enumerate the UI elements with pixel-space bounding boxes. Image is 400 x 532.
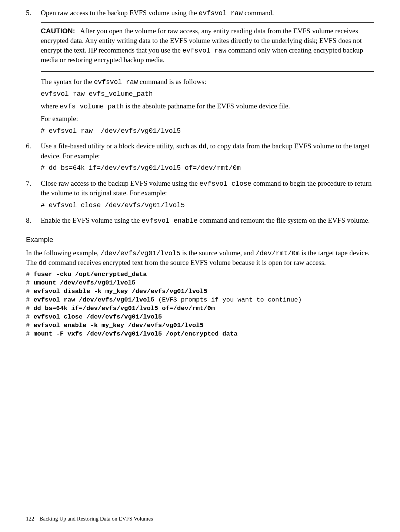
code-inline: evfsvol raw xyxy=(94,78,138,86)
page-container: 5. Open raw access to the backup EVFS vo… xyxy=(0,0,400,532)
code-inline: dd xyxy=(39,259,47,267)
text: The syntax for the xyxy=(41,78,94,85)
text: In the following example, xyxy=(26,249,100,257)
code-inline: evfsvol raw xyxy=(199,10,243,17)
text: Close raw access to the backup EVFS volu… xyxy=(41,179,199,187)
code-block: # evfsvol raw /dev/evfs/vg01/lvol5 xyxy=(41,127,374,135)
page-footer: 122Backing Up and Restoring Data on EVFS… xyxy=(26,515,153,522)
step-list: 5. Open raw access to the backup EVFS vo… xyxy=(26,8,374,228)
step-body: Enable the EVFS volume using the evfsvol… xyxy=(41,216,374,228)
cmd: evfsvol disable -k my_key /dev/evfs/vg01… xyxy=(33,288,207,295)
cmd: umount /dev/evfs/vg01/lvol5 xyxy=(33,279,135,286)
code-inline: evfs_volume_path xyxy=(60,103,124,110)
prompt: # xyxy=(26,271,33,278)
text: is the source volume, and xyxy=(180,249,256,257)
page-number: 122 xyxy=(26,516,34,522)
code-inline: /dev/rmt/0m xyxy=(256,250,300,257)
text: Enable the EVFS volume using the xyxy=(41,216,141,224)
caution-paragraph: CAUTION: After you open the volume for r… xyxy=(41,26,374,64)
code-inline: evfsvol enable xyxy=(141,217,197,225)
step-7-text: Close raw access to the backup EVFS volu… xyxy=(41,179,374,198)
text: where xyxy=(41,102,60,110)
cmd: evfsvol enable -k my_key /dev/evfs/vg01/… xyxy=(33,322,203,329)
step-body: Use a file-based utility or a block devi… xyxy=(41,141,374,175)
text: command and remount the file system on t… xyxy=(198,216,370,224)
prompt: # xyxy=(26,330,33,337)
text: is the absolute pathname for the EVFS vo… xyxy=(124,102,290,110)
code-inline: evfsvol raw xyxy=(182,47,226,54)
prompt: # xyxy=(26,322,33,329)
prompt: # xyxy=(26,313,33,320)
trail: (EVFS prompts if you want to continue) xyxy=(154,296,302,303)
text: command receives encrypted text from the… xyxy=(47,259,326,266)
for-example: For example: xyxy=(41,114,374,124)
step-number: 5. xyxy=(26,8,41,138)
prompt: # xyxy=(26,305,33,312)
example-heading: Example xyxy=(26,235,374,245)
step-body: Close raw access to the backup EVFS volu… xyxy=(41,179,374,213)
syntax-intro: The syntax for the evfsvol raw command i… xyxy=(41,77,374,87)
step-body: Open raw access to the backup EVFS volum… xyxy=(41,8,374,138)
cmd: evfsvol raw /dev/evfs/vg01/lvol5 xyxy=(33,296,154,303)
step-6-text: Use a file-based utility or a block devi… xyxy=(41,141,374,161)
prompt: # xyxy=(26,288,33,295)
step-5-intro: Open raw access to the backup EVFS volum… xyxy=(41,8,374,18)
prompt: # xyxy=(26,296,33,303)
step-8: 8. Enable the EVFS volume using the evfs… xyxy=(26,216,374,228)
step-8-text: Enable the EVFS volume using the evfsvol… xyxy=(41,216,374,225)
code-block: evfsvol raw evfs_volume_path xyxy=(41,90,374,98)
cmd: fuser -cku /opt/encrypted_data xyxy=(33,271,147,278)
where-line: where evfs_volume_path is the absolute p… xyxy=(41,101,374,111)
caution-label: CAUTION: xyxy=(41,27,75,35)
cmd: dd bs=64k if=/dev/evfs/vg01/lvol5 of=/de… xyxy=(33,305,215,312)
example-paragraph: In the following example, /dev/evfs/vg01… xyxy=(26,248,374,268)
text: command is as follows: xyxy=(138,78,206,85)
code-block: # evfsvol close /dev/evfs/vg01/lvol5 xyxy=(41,201,374,210)
step-5: 5. Open raw access to the backup EVFS vo… xyxy=(26,8,374,138)
cmd: mount -F vxfs /dev/evfs/vg01/lvol5 /opt/… xyxy=(33,330,237,337)
code-block: # dd bs=64k if=/dev/evfs/vg01/lvol5 of=/… xyxy=(41,164,374,172)
text: Use a file-based utility or a block devi… xyxy=(41,142,199,150)
caution-box: CAUTION: After you open the volume for r… xyxy=(41,22,374,71)
text: command. xyxy=(243,9,274,17)
code-inline-bold: dd xyxy=(199,143,207,150)
code-inline: /dev/evfs/vg01/lvol5 xyxy=(100,250,180,257)
text: Open raw access to the backup EVFS volum… xyxy=(41,9,199,17)
step-number: 6. xyxy=(26,141,41,175)
example-code-block: # fuser -cku /opt/encrypted_data # umoun… xyxy=(26,270,374,339)
step-number: 8. xyxy=(26,216,41,228)
step-6: 6. Use a file-based utility or a block d… xyxy=(26,141,374,175)
step-number: 7. xyxy=(26,179,41,213)
step-7: 7. Close raw access to the backup EVFS v… xyxy=(26,179,374,213)
prompt: # xyxy=(26,279,33,286)
code-inline: evfsvol close xyxy=(199,180,251,188)
footer-title: Backing Up and Restoring Data on EVFS Vo… xyxy=(40,516,153,522)
cmd: evfsvol close /dev/evfs/vg01/lvol5 xyxy=(33,313,162,320)
